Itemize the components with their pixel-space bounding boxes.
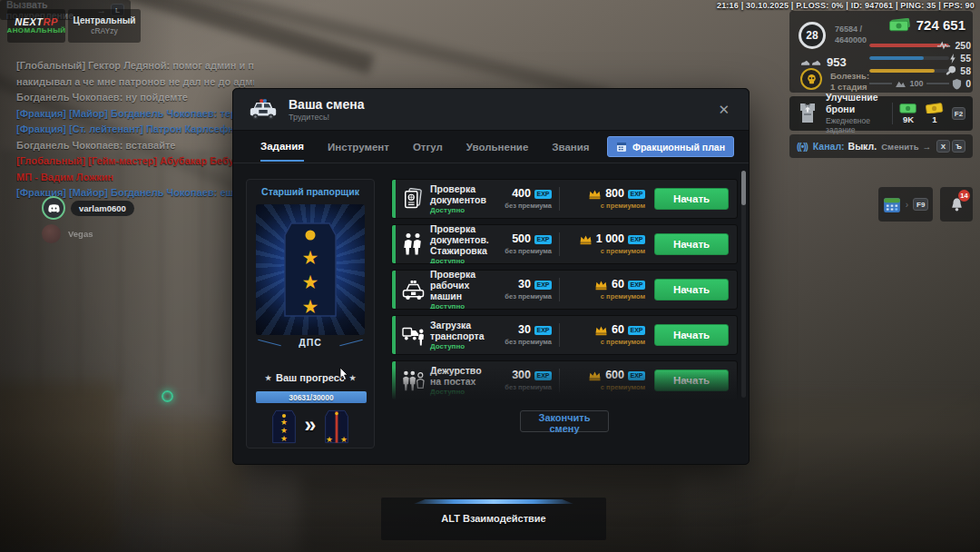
chat-message: [Фракция] [Ст. лейтенант] Патрон Карлсеф… <box>16 122 254 138</box>
star-icon: ★ <box>349 374 356 382</box>
department-label: ДПС <box>247 337 374 348</box>
task-row: Загрузка транспортаДоступно30EXPбез прем… <box>391 315 738 355</box>
task-row: Проверка рабочих машинДоступно30EXPбез п… <box>391 270 738 310</box>
table <box>0 381 118 549</box>
dialog-tabs: ЗаданияИнструментОтгулУвольнениеЗвания Ф… <box>233 131 749 163</box>
hint-text: ALT Взаимодействие <box>381 513 606 524</box>
current-rank-insignia: ★★★ <box>270 409 298 445</box>
chat-message: Богданель Чокопаев: вставайте <box>16 138 254 154</box>
daily-calendar-button[interactable]: › F9 <box>878 187 933 222</box>
stat-values: 25055580 <box>951 39 971 90</box>
mouse-cursor <box>339 367 349 380</box>
start-task-button[interactable]: Начать <box>654 324 729 346</box>
exp-base: 30EXPбез премиума <box>483 279 552 301</box>
start-task-button[interactable]: Начать <box>654 233 729 255</box>
exp-premium: 800EXPс премиумом <box>567 188 645 210</box>
nearby-player: Vegas <box>42 224 134 243</box>
chat-message: [Глобальный] Гектор Ледяной: помог админ… <box>16 58 254 74</box>
start-task-button[interactable]: Начать <box>654 279 729 301</box>
tab-отгул[interactable]: Отгул <box>413 133 443 161</box>
exp-badge: EXP <box>628 281 645 290</box>
loading-icon <box>396 324 430 347</box>
task-status: Доступно <box>430 302 479 310</box>
hint-glow-bar <box>414 499 573 504</box>
start-task-button[interactable]: Начать <box>654 188 729 210</box>
calendar-icon <box>883 195 901 213</box>
bolt-stat-value: 55 <box>951 52 971 64</box>
disease-status: Болезнь:1 стадия <box>830 71 869 94</box>
exp-badge: EXP <box>534 281 552 290</box>
level-badge: 28 <box>799 22 826 49</box>
divider <box>559 232 560 256</box>
food-icon <box>946 65 956 76</box>
notification-count: 14 <box>958 190 970 202</box>
radio-channel-panel: ((•)) Канал: Выкл. Сменить → XЪ <box>789 134 973 158</box>
chat-log: [Глобальный] Гектор Ледяной: помог админ… <box>16 58 254 202</box>
exp-badge: EXP <box>628 326 645 335</box>
quest-title: Улучшение брони <box>826 92 887 115</box>
intern-icon <box>396 232 430 256</box>
dialog-subtitle: Трудитесь! <box>289 113 364 123</box>
chevron-right-icon: › <box>906 200 908 210</box>
svg-text:★: ★ <box>280 434 288 443</box>
task-row: Проверка документов. СтажировкаДоступно5… <box>391 224 738 264</box>
game-screen: 21:16 | 30.10.2025 | P.LOSS: 0% | ID: 94… <box>0 0 980 552</box>
food-stat-value: 58 <box>951 64 971 77</box>
dialog-header: Ваша смена Трудитесь! ✕ <box>233 89 749 131</box>
rank-epaulette-image: ★ ★ ★ <box>256 204 365 335</box>
task-list: Проверка документовДоступно400EXPбез пре… <box>391 179 738 404</box>
task-name: Проверка документов. Стажировка <box>430 224 479 256</box>
next-rank-insignia: ★★ <box>323 409 350 445</box>
task-status: Доступно <box>430 388 479 396</box>
tab-увольнение[interactable]: Увольнение <box>466 133 529 161</box>
chat-message: Богданель Чокопаев: ну пойдемте <box>16 90 254 106</box>
close-icon[interactable]: ✕ <box>713 100 734 120</box>
shield-stat-value: 0 <box>951 77 971 90</box>
exp-badge: EXP <box>534 371 552 380</box>
exp-premium: 600EXPс премиумом <box>567 370 645 391</box>
exp-premium: 1 000EXPс премиумом <box>567 233 645 255</box>
server-badge: Центральный cRAYzy <box>68 9 141 43</box>
divider <box>559 187 560 211</box>
exp-base: 400EXPбез премиума <box>483 188 552 210</box>
divider <box>559 323 560 347</box>
pulse-stat-value: 250 <box>951 39 971 52</box>
crown-icon <box>594 325 608 336</box>
task-status: Доступно <box>430 342 479 350</box>
end-shift-button[interactable]: Закончить смену <box>520 410 609 432</box>
quest-subtitle: Ежедневное задание <box>826 116 887 135</box>
divider <box>559 278 560 301</box>
scrollbar-thumb[interactable] <box>741 171 746 205</box>
table <box>127 419 245 515</box>
exp-badge: EXP <box>534 326 552 335</box>
tab-инструмент[interactable]: Инструмент <box>328 133 389 161</box>
shield-icon <box>952 78 962 90</box>
task-status: Доступно <box>430 206 479 214</box>
scrollbar-track[interactable] <box>741 171 746 398</box>
crown-icon <box>579 234 593 245</box>
change-channel-label: Сменить <box>881 142 918 152</box>
chat-message: [Глобальный] [Гейм-мастер] Абубакар Бебу… <box>16 153 254 170</box>
faction-plan-button[interactable]: Фракционный план <box>607 136 734 157</box>
task-name: Проверка рабочих машин <box>430 270 479 301</box>
svg-text:★: ★ <box>302 296 319 317</box>
tab-задания[interactable]: Задания <box>260 132 304 162</box>
exp-base: 500EXPбез премиума <box>483 233 552 255</box>
notifications-button[interactable]: 14 <box>940 187 973 222</box>
task-row: Проверка документовДоступно400EXPбез пре… <box>391 179 738 219</box>
quest-reward-token: 1 <box>926 103 944 124</box>
xp-counter: 76584 /4640000 <box>835 25 867 45</box>
sneakers-icon <box>800 58 822 67</box>
dialog-title: Ваша смена <box>289 97 364 113</box>
tab-звания[interactable]: Звания <box>552 133 589 161</box>
channel-keys: XЪ <box>935 140 965 153</box>
passport-icon <box>396 188 430 210</box>
quest-reward-cash: 9K <box>899 103 917 124</box>
chevron-right-icon: » <box>305 415 317 436</box>
chat-message: накидывал а че мне патронов не дал не до… <box>16 74 254 91</box>
svg-text:★: ★ <box>340 435 348 444</box>
police-car-icon <box>248 97 279 122</box>
start-task-button[interactable]: Начать <box>654 370 729 391</box>
key-hint-ъ: Ъ <box>952 140 965 153</box>
discord-user: varlam0600 <box>42 196 134 220</box>
